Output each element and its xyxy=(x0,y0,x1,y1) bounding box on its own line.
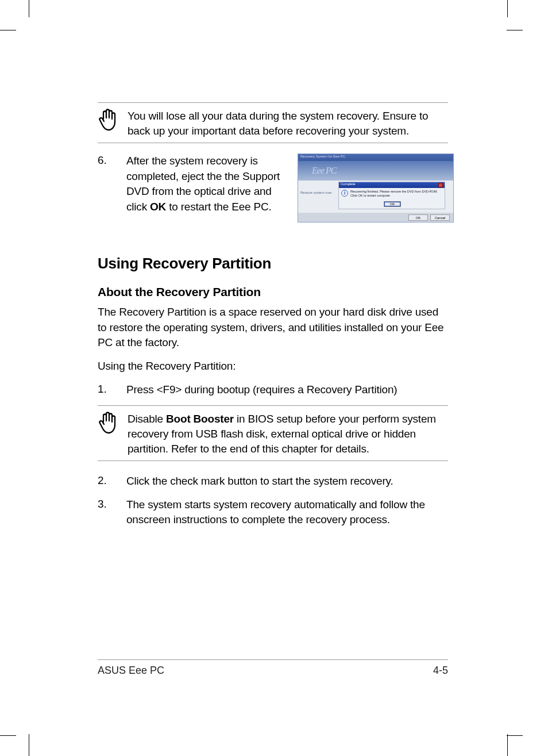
screenshot-sidebar-label: Restore system now xyxy=(300,191,331,194)
body-paragraph: The Recovery Partition is a space reserv… xyxy=(98,305,448,351)
hand-stop-icon xyxy=(98,410,121,438)
step-item: 3. The system starts system recovery aut… xyxy=(98,497,448,528)
step6-text-bold: OK xyxy=(150,201,166,213)
screenshot-banner-text: Eee PC xyxy=(312,166,336,176)
body-paragraph: Using the Recovery Partition: xyxy=(98,359,448,374)
step-number: 1. xyxy=(98,382,126,396)
screenshot-footer-ok-button: OK xyxy=(408,214,428,221)
crop-mark xyxy=(507,734,508,756)
crop-mark xyxy=(507,735,523,736)
screenshot-dialog-message: Recovering finished. Please remove the D… xyxy=(350,190,438,197)
footer-page-number: 4-5 xyxy=(433,665,448,677)
crop-mark xyxy=(0,30,16,30)
crop-mark xyxy=(29,0,29,17)
hand-stop-icon xyxy=(98,108,121,135)
screenshot-dialog-msg-line2: Click OK to restart computer xyxy=(350,194,390,197)
step-item: 6. After the system recovery is complete… xyxy=(98,153,448,222)
step-text: After the system recovery is completed, … xyxy=(126,153,287,222)
screenshot-dialog-titlebar: Complete xyxy=(339,182,445,188)
crop-mark xyxy=(507,0,508,17)
screenshot-banner: Eee PC xyxy=(298,161,453,181)
step-text: The system starts system recovery automa… xyxy=(126,497,448,528)
step-number: 6. xyxy=(98,153,126,167)
page: You will lose all your data during the s… xyxy=(0,0,548,756)
subsection-heading: About the Recovery Partition xyxy=(98,285,448,299)
screenshot-titlebar: Recovery System for Eee PC xyxy=(298,154,453,161)
page-footer: ASUS Eee PC 4-5 xyxy=(98,659,448,677)
screenshot-footer: OK Cancel xyxy=(298,213,453,222)
note2-text-bold: Boot Booster xyxy=(166,413,234,425)
crop-mark xyxy=(0,735,16,736)
section-heading: Using Recovery Partition xyxy=(98,255,448,273)
step-text: Click the check mark button to start the… xyxy=(126,474,393,489)
info-icon: i xyxy=(341,190,348,197)
step-item: 1. Press <F9> during bootup (requires a … xyxy=(98,382,448,398)
screenshot-illustration: Recovery System for Eee PC Eee PC Restor… xyxy=(298,153,454,222)
warning-text: Disable Boot Booster in BIOS setup befor… xyxy=(128,410,448,456)
screenshot-footer-cancel-button: Cancel xyxy=(430,214,450,221)
warning-note: Disable Boot Booster in BIOS setup befor… xyxy=(98,405,448,461)
screenshot-dialog: Complete i Recovering finished. Please r… xyxy=(338,182,445,209)
close-icon xyxy=(438,183,443,187)
step-text: Press <F9> during bootup (requires a Rec… xyxy=(126,382,397,398)
crop-mark xyxy=(507,30,523,30)
screenshot-dialog-msg-line1: Recovering finished. Please remove the D… xyxy=(350,190,438,193)
screenshot-dialog-ok-button: OK xyxy=(384,201,401,207)
warning-note: You will lose all your data during the s… xyxy=(98,102,448,143)
step-number: 2. xyxy=(98,474,126,487)
crop-mark xyxy=(29,734,29,756)
step6-text-post: to restart the Eee PC. xyxy=(166,201,271,213)
warning-text: You will lose all your data during the s… xyxy=(128,108,448,138)
note2-text-pre: Disable xyxy=(128,413,166,425)
footer-product-name: ASUS Eee PC xyxy=(98,665,164,677)
screenshot-dialog-title: Complete xyxy=(341,182,356,188)
step-item: 2. Click the check mark button to start … xyxy=(98,474,448,489)
step-number: 3. xyxy=(98,497,126,511)
